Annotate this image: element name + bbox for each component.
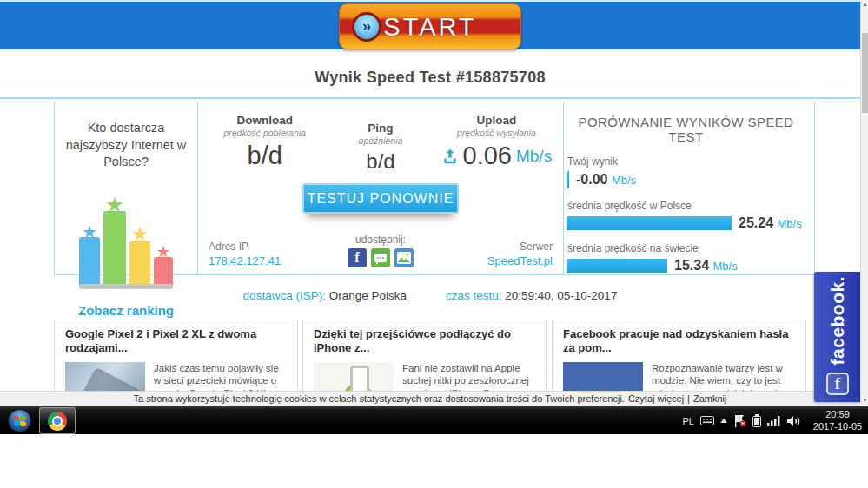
upload-value: 0.06	[463, 142, 512, 170]
comparison-row-label: średnia prędkość na świecie	[567, 242, 805, 254]
comparison-row: 25.24 Mb/s	[567, 215, 805, 231]
world-average-bar	[567, 259, 667, 273]
chrome-icon	[48, 412, 67, 431]
windows-taskbar: PL 20:59 2017-10-05	[0, 406, 868, 434]
cookie-notice-text: Ta strona wykorzystuje technologię cooki…	[134, 393, 625, 404]
windows-start-button[interactable]	[8, 409, 31, 432]
ranking-section: Kto dostarcza najszybszy Internet w Pols…	[55, 102, 198, 274]
metric-download: Download prędkość pobierania b/d	[207, 114, 322, 174]
podium-bar-yellow: ★	[129, 227, 150, 286]
scroll-down-arrow[interactable]: ▼	[861, 396, 868, 405]
world-average-value: 15.34	[674, 258, 709, 273]
poland-average-bar	[567, 216, 732, 230]
download-label: Download	[207, 114, 322, 127]
start-button-label: START	[340, 12, 520, 41]
desktop-screen: » START Wynik Speed Test #158875708 Kto …	[0, 0, 868, 488]
upload-arrow-icon	[441, 148, 459, 165]
metrics-row: Download prędkość pobierania b/d Ping op…	[198, 102, 563, 174]
browser-scrollbar[interactable]: ▲ ▼	[860, 0, 868, 405]
network-signal-icon[interactable]	[767, 415, 781, 426]
facebook-share-icon[interactable]: f	[348, 248, 367, 267]
test-info-row: dostawca (ISP): Orange Polska czas testu…	[0, 289, 860, 302]
news-article[interactable]: Google Pixel 2 i Pixel 2 XL z dwoma rodz…	[54, 320, 298, 399]
screenshot-bottom-margin	[0, 434, 868, 488]
action-center-flag-icon[interactable]	[733, 415, 746, 427]
language-indicator[interactable]: PL	[683, 416, 694, 426]
ranking-question: Kto dostarcza najszybszy Internet w Pols…	[60, 120, 192, 171]
ip-address-block: Adres IP 178.42.127.41	[209, 241, 321, 267]
download-value: b/d	[207, 142, 322, 170]
isp-label: dostawca (ISP):	[243, 289, 326, 302]
metric-ping: Ping opóźnienia b/d	[322, 114, 438, 174]
cookie-close-link[interactable]: Zamknij	[693, 393, 727, 404]
scrollbar-thumb[interactable]	[862, 33, 868, 113]
poland-average-value: 25.24	[739, 215, 773, 230]
scroll-up-arrow[interactable]: ▲	[861, 0, 868, 9]
article-title[interactable]: Dzięki tej przejściówce podłączyć do iPh…	[314, 327, 535, 356]
metrics-section: Download prędkość pobierania b/d Ping op…	[198, 102, 564, 274]
system-tray: PL 20:59 2017-10-05	[683, 406, 865, 435]
server-value[interactable]: SpeedTest.pl	[440, 254, 553, 267]
unit-label: Mb/s	[612, 174, 636, 187]
unit-label: Mb/s	[713, 260, 738, 273]
volume-icon[interactable]	[787, 415, 801, 427]
battery-icon[interactable]	[752, 414, 761, 427]
comparison-title: PORÓWNANIE WYNIKÓW SPEED TEST	[567, 115, 805, 144]
comparison-section: PORÓWNANIE WYNIKÓW SPEED TEST Twój wynik…	[564, 102, 814, 274]
speedtest-result-panel: Kto dostarcza najszybszy Internet w Pols…	[54, 102, 815, 275]
ip-label: Adres IP	[209, 241, 321, 253]
comment-share-icon[interactable]	[371, 248, 390, 267]
cookie-read-more-link[interactable]: Czytaj więcej	[628, 393, 684, 404]
cookie-notice-bar: Ta strona wykorzystuje technologię cooki…	[0, 391, 860, 406]
clock-time: 20:59	[811, 409, 865, 421]
ranking-link[interactable]: Zobacz ranking	[78, 303, 174, 318]
upload-sublabel: prędkość wysyłania	[439, 128, 554, 138]
podium-bar-blue: ★	[79, 225, 100, 286]
upload-label: Upload	[439, 114, 554, 127]
unit-label: Mb/s	[778, 217, 802, 230]
ping-value: b/d	[322, 149, 438, 174]
comparison-row: -0.00 Mb/s	[567, 171, 805, 188]
retest-button[interactable]: TESTUJ PONOWNIE	[302, 183, 459, 214]
page-title: Wynik Speed Test #158875708	[0, 69, 860, 87]
podium-base	[79, 284, 173, 289]
image-share-icon[interactable]	[394, 248, 414, 267]
ip-value: 178.42.127.41	[209, 254, 321, 267]
clock-date: 2017-10-05	[811, 421, 865, 433]
podium-bar-red: ★	[154, 246, 173, 285]
star-icon: ★	[105, 196, 124, 213]
facebook-tab-label: facebook.	[827, 276, 848, 366]
panel-footer-row: Adres IP 178.42.127.41 udostępnij: f Ser…	[198, 234, 563, 267]
keyboard-icon[interactable]	[700, 416, 714, 425]
taskbar-clock[interactable]: 20:59 2017-10-05	[811, 409, 865, 433]
facebook-side-tab[interactable]: facebook. f	[814, 272, 861, 402]
share-label: udostępnij:	[321, 234, 440, 246]
article-title[interactable]: Google Pixel 2 i Pixel 2 XL z dwoma rodz…	[65, 327, 287, 356]
chrome-taskbar-button[interactable]	[39, 407, 76, 434]
server-block: Serwer SpeedTest.pl	[440, 241, 553, 267]
ranking-podium-illustration: ★ ★ ★ ★	[76, 183, 176, 286]
your-result-value: -0.00	[576, 172, 607, 187]
test-time-label: czas testu:	[446, 289, 502, 302]
download-sublabel: prędkość pobierania	[207, 128, 322, 138]
comparison-row-label: Twój wynik	[567, 155, 805, 168]
metric-upload: Upload prędkość wysyłania 0.06 Mb/s	[439, 114, 554, 174]
ping-sublabel: opóźnienia	[322, 135, 438, 146]
article-title[interactable]: Facebook pracuje nad odzyskaniem hasła z…	[563, 327, 795, 356]
news-article[interactable]: Facebook pracuje nad odzyskaniem hasła z…	[552, 320, 806, 399]
start-test-button[interactable]: » START	[339, 3, 521, 49]
server-label: Serwer	[440, 241, 553, 253]
windows-logo-icon	[14, 416, 26, 426]
comparison-row: 15.34 Mb/s	[567, 258, 805, 274]
podium-bar-green: ★	[103, 196, 126, 286]
show-hidden-icons-arrow[interactable]	[720, 419, 727, 423]
comparison-row-label: średnia prędkość w Polsce	[567, 200, 805, 212]
title-divider	[0, 97, 860, 99]
cookie-separator: |	[687, 393, 690, 404]
share-block: udostępnij: f	[321, 234, 440, 267]
news-article[interactable]: Dzięki tej przejściówce podłączyć do iPh…	[302, 320, 547, 399]
upload-unit: Mb/s	[516, 147, 552, 166]
your-result-bar	[567, 171, 569, 188]
ping-label: Ping	[322, 122, 438, 135]
site-header-bar: » START	[0, 0, 860, 49]
